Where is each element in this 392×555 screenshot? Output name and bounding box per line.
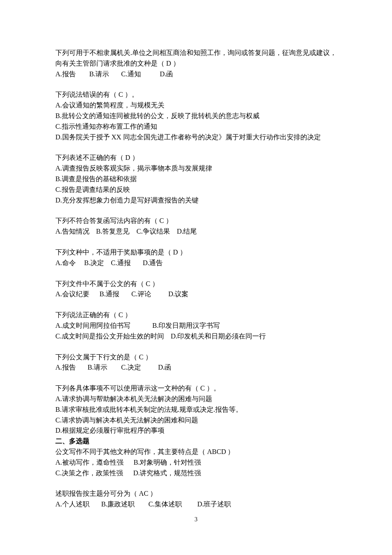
question-option: D.国务院关于授予 XX 同志全国先进工作者称号的决定》属于对重大行动作出安排的… — [55, 132, 337, 143]
question-stem: 述职报告按主题分可分为（ AC ） — [55, 489, 337, 499]
question-block: 下列可用于不相隶属机关.单位之间相互商洽和知照工作，询问或答复问题，征询意见或建… — [55, 48, 337, 79]
question-stem: 下列表述不正确的有（ D ） — [55, 153, 337, 163]
question-option: A.调查报告反映客观实际，揭示事物本质与发展规律 — [55, 163, 337, 174]
question-option: A.请求协调与帮助解决本机关无法解决的困难与问题 — [55, 394, 337, 405]
question-stem: 下列公文属于下行文的是（ C ） — [55, 352, 337, 363]
question-stem: 下列不符合答复函写法内容的有（ C ） — [55, 216, 337, 226]
question-block: 下列不符合答复函写法内容的有（ C ） A.告知情况 B.答复意见 C.争议结果… — [55, 216, 337, 237]
question-option: C.请求协调与解决本机关无法解决的困难和问题 — [55, 415, 337, 426]
question-stem: 下列说法错误的有（ C ）。 — [55, 90, 337, 100]
question-stem: 下列文种中，不适用于奖励事项的是（ D ） — [55, 247, 337, 258]
question-options: C.成文时间是指公文开始生效的时间 D.印发机关和日期必须在同一行 — [55, 332, 266, 340]
question-stem: 下列文件中不属于公文的有（ C ） — [55, 279, 337, 289]
question-option: C.报告是调查结果的反映 — [55, 185, 337, 195]
question-block: 下列表述不正确的有（ D ） A.调查报告反映客观实际，揭示事物本质与发展规律 … — [55, 153, 337, 205]
question-option: D.根据规定必须履行审批程序的事项 — [55, 425, 337, 436]
question-options: A.报告 B.请示 C.通知 D.函 — [55, 70, 173, 78]
question-block: 下列各具体事项不可以使用请示这一文种的有（ C ）。 A.请求协调与帮助解决本机… — [55, 383, 337, 436]
section-title: 二、多选题 — [55, 436, 337, 447]
question-options: A.报告 B.请示 C.决定 D.函 — [55, 364, 171, 371]
question-options: A.命令 B.决定 C.通报 D.通告 — [55, 259, 163, 266]
question-option: B.批转公文的通知连同被批转的公文，反映了批转机关的意志与权威 — [55, 111, 337, 121]
question-option: B.请求审核批准或批转本机关制定的法规.规章或决定.报告等。 — [55, 405, 337, 415]
question-block: 公文写作不同于其他文种的写作，其主要特点是（ ABCD ） A.被动写作，遵命性… — [55, 447, 337, 478]
question-block: 下列文种中，不适用于奖励事项的是（ D ） A.命令 B.决定 C.通报 D.通… — [55, 247, 337, 269]
question-options: A.会议纪要 B.通报 C.评论 D.议案 — [55, 290, 188, 298]
question-block: 下列公文属于下行文的是（ C ） A.报告 B.请示 C.决定 D.函 — [55, 352, 337, 373]
question-options: A.告知情况 B.答复意见 C.争议结果 D.结尾 — [55, 228, 197, 235]
question-option: D.充分发挥想象力创造力是写好调查报告的关键 — [55, 195, 337, 206]
page-number: 3 — [0, 515, 392, 524]
question-stem: 下列可用于不相隶属机关.单位之间相互商洽和知照工作，询问或答复问题，征询意见或建… — [55, 48, 337, 69]
question-options: A.个人述职 B.廉政述职 C.集体述职 D.班子述职 — [55, 500, 231, 508]
question-option: C.指示性通知亦称布置工作的通知 — [55, 121, 337, 132]
question-stem: 下列说法正确的有（ C ） — [55, 310, 337, 321]
question-block: 下列说法错误的有（ C ）。 A.会议通知的繁简程度，与规模无关 B.批转公文的… — [55, 90, 337, 142]
question-block: 下列说法正确的有（ C ） A.成文时间用阿拉伯书写 B.印发日期用汉字书写 C… — [55, 310, 337, 341]
question-option: A.会议通知的繁简程度，与规模无关 — [55, 100, 337, 111]
question-block: 下列文件中不属于公文的有（ C ） A.会议纪要 B.通报 C.评论 D.议案 — [55, 279, 337, 300]
question-option: B.调查是报告的基础和依据 — [55, 174, 337, 185]
question-options: A.被动写作，遵命性强 B.对象明确，针对性强 — [55, 459, 201, 466]
question-options: C.决策之作，政策性强 D.讲究格式，规范性强 — [55, 469, 201, 477]
question-block: 述职报告按主题分可分为（ AC ） A.个人述职 B.廉政述职 C.集体述职 D… — [55, 489, 337, 510]
question-stem: 下列各具体事项不可以使用请示这一文种的有（ C ）。 — [55, 383, 337, 394]
question-options: A.成文时间用阿拉伯书写 B.印发日期用汉字书写 — [55, 322, 220, 329]
document-page: 下列可用于不相隶属机关.单位之间相互商洽和知照工作，询问或答复问题，征询意见或建… — [0, 0, 392, 555]
question-stem: 公文写作不同于其他文种的写作，其主要特点是（ ABCD ） — [55, 447, 337, 457]
